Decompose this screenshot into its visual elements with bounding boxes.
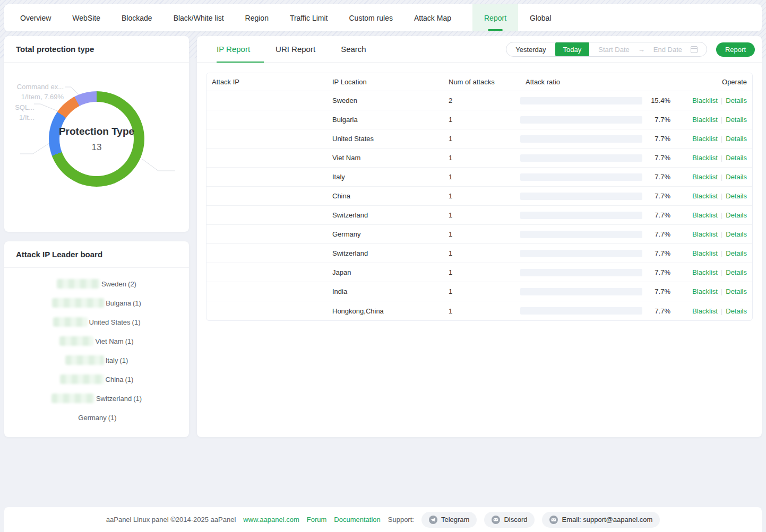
operate-cell: Blacklist|Details bbox=[682, 154, 752, 162]
ip-location-cell: Germany bbox=[327, 230, 443, 238]
details-link[interactable]: Details bbox=[726, 97, 747, 104]
end-date-input[interactable]: End Date bbox=[653, 46, 682, 54]
ip-location-cell: Bulgaria bbox=[327, 116, 443, 124]
details-link[interactable]: Details bbox=[726, 307, 747, 315]
calendar-icon[interactable] bbox=[691, 46, 698, 53]
report-tab[interactable]: Search bbox=[341, 36, 380, 62]
leaderboard-item: China (1) bbox=[4, 370, 189, 389]
num-attacks-cell: 1 bbox=[443, 307, 520, 315]
ratio-progress-track bbox=[520, 116, 642, 124]
nav-tab[interactable]: Traffic Limit bbox=[290, 4, 328, 31]
attack-ip-cell bbox=[206, 249, 327, 257]
col-attack-ratio: Attack ratio bbox=[520, 78, 682, 86]
details-link[interactable]: Details bbox=[726, 154, 747, 162]
nav-tab[interactable]: Custom rules bbox=[349, 4, 393, 31]
link-separator: | bbox=[721, 307, 722, 315]
telegram-icon bbox=[429, 516, 437, 524]
discord-button[interactable]: Discord bbox=[484, 512, 535, 528]
email-button[interactable]: Email: support@aapanel.com bbox=[542, 512, 660, 528]
attack-ratio-cell: 7.7% bbox=[520, 192, 682, 200]
ratio-percent: 7.7% bbox=[655, 192, 670, 200]
details-link[interactable]: Details bbox=[726, 116, 747, 124]
leaderboard-count: (1) bbox=[133, 299, 141, 307]
nav-tab[interactable]: Attack Map bbox=[414, 4, 451, 31]
nav-tab[interactable]: Overview bbox=[20, 4, 51, 31]
nav-tab[interactable]: Report bbox=[472, 4, 518, 31]
blacklist-link[interactable]: Blacklist bbox=[692, 287, 718, 295]
blacklist-link[interactable]: Blacklist bbox=[692, 173, 718, 181]
total-protection-type-panel: Total protection type Command ex... 1/It… bbox=[4, 36, 189, 232]
telegram-button[interactable]: Telegram bbox=[421, 512, 477, 528]
ip-location-cell: Switzerland bbox=[327, 249, 443, 257]
nav-tab[interactable]: Blockade bbox=[122, 4, 152, 31]
col-attack-ip: Attack IP bbox=[206, 78, 327, 86]
attack-ip-leaderboard-panel: Attack IP Leader board Sweden (2) Bulgar… bbox=[4, 241, 189, 437]
details-link[interactable]: Details bbox=[726, 135, 747, 143]
num-attacks-cell: 1 bbox=[443, 230, 520, 238]
blacklist-link[interactable]: Blacklist bbox=[692, 307, 718, 315]
report-tab[interactable]: URI Report bbox=[276, 36, 329, 62]
ratio-progress-track bbox=[520, 193, 642, 200]
leaderboard-item: Switzerland (1) bbox=[4, 389, 189, 408]
attack-ratio-cell: 15.4% bbox=[520, 97, 682, 104]
report-controls: Yesterday Today Start Date → End Date Re… bbox=[506, 42, 755, 57]
date-range-picker[interactable]: Start Date → End Date bbox=[589, 46, 707, 54]
protection-type-donut-chart: Command ex... 1/Item, 7.69% SQL... 1/It.… bbox=[4, 63, 189, 231]
ratio-percent: 7.7% bbox=[655, 268, 670, 276]
details-link[interactable]: Details bbox=[726, 287, 747, 295]
table-row: Sweden 2 15.4% Blacklist|Details bbox=[206, 91, 752, 110]
table-row: United States 1 7.7% Blacklist|Details bbox=[206, 129, 752, 149]
blacklist-link[interactable]: Blacklist bbox=[692, 249, 718, 257]
details-link[interactable]: Details bbox=[726, 268, 747, 276]
attack-ip-cell bbox=[206, 211, 327, 219]
blacklist-link[interactable]: Blacklist bbox=[692, 268, 718, 276]
report-tab[interactable]: IP Report bbox=[217, 36, 264, 62]
support-label: Support: bbox=[388, 516, 414, 524]
pie-label-command: Command ex... bbox=[10, 83, 64, 91]
ratio-percent: 7.7% bbox=[655, 230, 670, 238]
ip-location-cell: Switzerland bbox=[327, 211, 443, 219]
blacklist-link[interactable]: Blacklist bbox=[692, 154, 718, 162]
nav-tab[interactable]: Global bbox=[530, 4, 551, 31]
website-link[interactable]: www.aapanel.com bbox=[243, 516, 299, 524]
ratio-progress-track bbox=[520, 307, 642, 315]
footer: aaPanel Linux panel ©2014-2025 aaPanel w… bbox=[4, 507, 762, 532]
report-button[interactable]: Report bbox=[716, 42, 755, 57]
nav-tab[interactable]: Region bbox=[245, 4, 269, 31]
today-button[interactable]: Today bbox=[555, 42, 590, 57]
blacklist-link[interactable]: Blacklist bbox=[692, 135, 718, 143]
details-link[interactable]: Details bbox=[726, 173, 747, 181]
forum-link[interactable]: Forum bbox=[307, 516, 327, 524]
blacklist-link[interactable]: Blacklist bbox=[692, 97, 718, 104]
blacklist-link[interactable]: Blacklist bbox=[692, 192, 718, 200]
leaderboard-count: (2) bbox=[128, 280, 136, 288]
blacklist-link[interactable]: Blacklist bbox=[692, 230, 718, 238]
documentation-link[interactable]: Documentation bbox=[334, 516, 380, 524]
details-link[interactable]: Details bbox=[726, 211, 747, 219]
report-tabs-row: IP Report URI Report Search Yesterday To… bbox=[197, 36, 762, 63]
operate-cell: Blacklist|Details bbox=[682, 173, 752, 181]
report-panel: IP Report URI Report Search Yesterday To… bbox=[197, 36, 762, 437]
table-row: India 1 7.7% Blacklist|Details bbox=[206, 282, 752, 301]
table-row: Italy 1 7.7% Blacklist|Details bbox=[206, 168, 752, 187]
nav-tab[interactable]: WebSite bbox=[72, 4, 100, 31]
leaderboard-country: Germany bbox=[78, 414, 106, 422]
link-separator: | bbox=[721, 249, 722, 257]
details-link[interactable]: Details bbox=[726, 192, 747, 200]
leaderboard-item: Italy (1) bbox=[4, 351, 189, 370]
blurred-ip bbox=[51, 394, 94, 403]
blacklist-link[interactable]: Blacklist bbox=[692, 211, 718, 219]
num-attacks-cell: 1 bbox=[443, 173, 520, 181]
num-attacks-cell: 1 bbox=[443, 249, 520, 257]
details-link[interactable]: Details bbox=[726, 249, 747, 257]
start-date-input[interactable]: Start Date bbox=[598, 46, 630, 54]
leaderboard-country: United States bbox=[89, 318, 131, 326]
operate-cell: Blacklist|Details bbox=[682, 307, 752, 315]
ratio-percent: 7.7% bbox=[655, 307, 670, 315]
yesterday-button[interactable]: Yesterday bbox=[506, 42, 555, 57]
details-link[interactable]: Details bbox=[726, 230, 747, 238]
blacklist-link[interactable]: Blacklist bbox=[692, 116, 718, 124]
attack-ip-cell bbox=[206, 97, 327, 104]
nav-tab[interactable]: Black/White list bbox=[174, 4, 224, 31]
attack-ip-cell bbox=[206, 307, 327, 315]
